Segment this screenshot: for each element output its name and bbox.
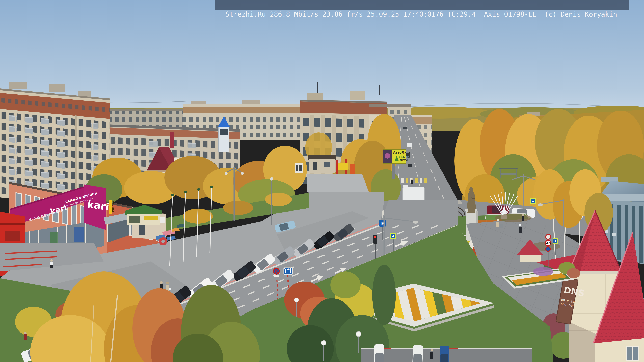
chimney xyxy=(170,132,174,148)
billboard-line1: ЕДЬ ПО xyxy=(399,156,410,159)
scene: АвтоЛига ЕДЬ ПО ПУТИ xyxy=(0,0,644,362)
billboard-brand: АвтоЛига xyxy=(393,150,410,154)
distant-bus xyxy=(407,143,412,147)
parked-car xyxy=(374,344,384,362)
webcam-frame: АвтоЛига ЕДЬ ПО ПУТИ xyxy=(0,0,644,362)
roof-box xyxy=(50,84,66,91)
overlay-bar: Strezhi.Ru 286.8 Mbit/s 23.86 fr/s 25.09… xyxy=(215,0,629,9)
parked-car xyxy=(412,345,423,362)
overlay-text: Strezhi.Ru 286.8 Mbit/s 23.86 fr/s 25.09… xyxy=(226,10,617,18)
penthouse xyxy=(307,92,323,100)
pedestrian-far xyxy=(412,178,413,184)
pedestrian xyxy=(522,214,524,221)
svg-text:ЗАЙМЫ: ЗАЙМЫ xyxy=(111,201,114,212)
pedestrian xyxy=(430,349,433,359)
roof-box xyxy=(9,82,27,89)
parked-car-blue xyxy=(440,346,449,362)
poster xyxy=(74,227,84,242)
distant-car xyxy=(403,127,407,129)
billboard-line2: ПУТИ xyxy=(400,159,408,162)
distant-car xyxy=(408,164,412,167)
pedestrian xyxy=(50,259,53,268)
speed-limit-text: 40 xyxy=(546,241,551,245)
pedestrian xyxy=(24,332,27,340)
penthouse xyxy=(350,90,365,100)
dorm-roof-edge xyxy=(369,104,411,107)
pedestrian xyxy=(519,224,522,233)
